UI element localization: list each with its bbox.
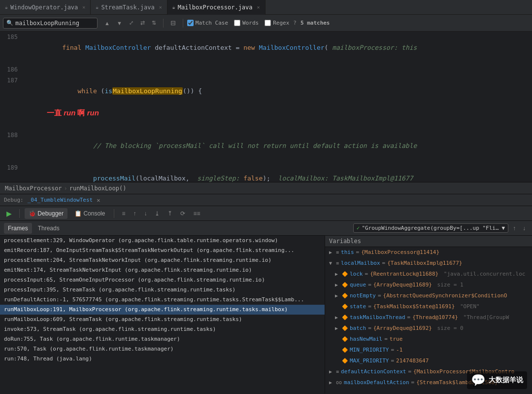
tab-window-operator[interactable]: ☕ WindowOperator.java ✕ — [0, 0, 91, 15]
var-lock[interactable]: ▶ 🔶 lock = {ReentrantLock@11688} "java.u… — [325, 269, 532, 280]
var-this[interactable]: ▶ ≡ this = {MailboxProcessor@11414} — [325, 247, 532, 258]
variables-panel: Variables ▶ ≡ this = {MailboxProcessor@1… — [325, 236, 532, 394]
frames-tab[interactable]: Frames — [4, 223, 32, 234]
expand-this-icon: ▶ — [329, 248, 334, 257]
toolbar-sep-1 — [19, 209, 20, 218]
thread-selector[interactable]: ✓ "GroupWindowAggregate(groupBy=[...up "… — [353, 223, 508, 233]
frame-7-active[interactable]: runMailboxLoop:191, MailboxProcessor (or… — [0, 305, 325, 315]
search-separator — [163, 19, 164, 28]
var-max-priority[interactable]: 🔶 MAX_PRIORITY = 2147483647 — [325, 356, 532, 366]
watermark-text: 大数据羊说 — [489, 376, 523, 385]
tab-stream-task[interactable]: ☕ StreamTask.java ✕ — [91, 0, 167, 15]
debug-session-close[interactable]: ✕ — [97, 197, 100, 204]
frame-0[interactable]: processElement:329, WindowOperator (org.… — [0, 236, 325, 246]
step-over-btn[interactable]: ≡ — [119, 209, 128, 218]
frame-3[interactable]: emitNext:174, StreamTaskNetworkInput (or… — [0, 265, 325, 275]
frame-11[interactable]: run:570, Task (org.apache.flink.runtime.… — [0, 344, 325, 354]
code-line-185: 185 final MailboxController defaultActio… — [0, 32, 532, 64]
threads-tab[interactable]: Threads — [34, 223, 64, 234]
frame-6[interactable]: runDefaultAction:-1, 576577745 (org.apac… — [0, 295, 325, 305]
search-input[interactable] — [15, 20, 94, 27]
frame-2[interactable]: processElement:204, StreamTaskNetworkInp… — [0, 255, 325, 265]
console-tab[interactable]: 📋 Console — [70, 208, 109, 219]
var-state[interactable]: 🔶 state = {TaskMailbox$State@11691} "OPE… — [325, 301, 532, 312]
var-min-priority[interactable]: 🔶 MIN_PRIORITY = -1 — [325, 345, 532, 356]
prev-result-button[interactable]: ▲ — [101, 18, 113, 29]
state-type-icon: 🔶 — [342, 302, 348, 311]
close-tab-2[interactable]: ✕ — [257, 4, 260, 10]
thread-label: "GroupWindowAggregate(groupBy=[...up "Fl… — [362, 225, 499, 231]
dac-type-icon: ≡ — [336, 367, 339, 376]
breadcrumb-bar: MailboxProcessor › runMailboxLoop() — [0, 182, 532, 194]
close-tab-1[interactable]: ✕ — [159, 4, 162, 10]
taskMailboxThread-type-icon: 🔶 — [342, 313, 348, 322]
search-input-wrap: 🔍 — [3, 18, 98, 29]
expand-mda-icon: ▶ — [329, 378, 334, 387]
var-queue[interactable]: ▶ 🔶 queue = {ArrayDeque@11689} size = 1 — [325, 280, 532, 290]
localMailbox-type-icon: ≡ — [336, 259, 339, 268]
var-taskMailboxThread[interactable]: ▶ 🔶 taskMailboxThread = {Thread@10774} "… — [325, 312, 532, 323]
step-into-btn[interactable]: ⤓ — [152, 209, 162, 218]
expand-hasNewMail-icon — [335, 335, 340, 344]
breadcrumb-method[interactable]: runMailboxLoop() — [69, 185, 127, 192]
step-up-btn[interactable]: ↑ — [131, 209, 138, 218]
var-localMailbox[interactable]: ▼ ≡ localMailbox = {TaskMailboxImpl@1167… — [325, 258, 532, 269]
resume-button[interactable]: ▶ — [4, 208, 14, 219]
var-batch[interactable]: ▶ 🔶 batch = {ArrayDeque@11692} size = 0 — [325, 323, 532, 334]
words-checkbox[interactable] — [234, 20, 240, 26]
breadcrumb-class[interactable]: MailboxProcessor — [5, 185, 62, 192]
step-down-btn[interactable]: ↓ — [141, 209, 149, 218]
this-type-icon: ≡ — [336, 248, 339, 257]
code-editor: 185 final MailboxController defaultActio… — [0, 32, 532, 182]
frames-toolbar: Frames Threads ✓ "GroupWindowAggregate(g… — [0, 221, 532, 236]
code-line-188: 188 // The blocking `processMail` call w… — [0, 130, 532, 162]
run-cursor-btn[interactable]: ⟳ — [178, 209, 188, 218]
watermark: 💬 大数据羊说 — [467, 371, 527, 389]
regex-checkbox[interactable] — [265, 20, 271, 26]
regex-option[interactable]: Regex — [265, 20, 289, 26]
filter-button[interactable]: ⊟ — [167, 18, 179, 29]
match-case-option[interactable]: Match Case — [187, 20, 228, 26]
java-icon-2: ☕ — [96, 4, 99, 10]
expand-notEmpty-icon: ▶ — [335, 291, 340, 300]
close-tab-0[interactable]: ✕ — [82, 4, 85, 10]
debugger-tab[interactable]: 🐞 Debugger — [25, 208, 67, 219]
find-all-button[interactable]: ⤢ — [126, 18, 136, 29]
batch-type-icon: 🔶 — [342, 324, 348, 333]
expand-batch-icon: ▶ — [335, 324, 340, 333]
debug-toolbar-row: ▶ 🐞 Debugger 📋 Console ≡ ↑ ↓ ⤓ ⤒ ⟳ ≡≡ — [0, 206, 532, 221]
search-separator-2 — [183, 19, 183, 28]
thread-down-btn[interactable]: ↓ — [520, 223, 528, 233]
frame-8[interactable]: runMailboxLoop:609, StreamTask (org.apac… — [0, 315, 325, 324]
java-icon: ☕ — [5, 4, 8, 10]
search-controls: ▲ ▼ ⤢ ⇄ ⇅ — [101, 18, 159, 29]
replace-all-button[interactable]: ⇅ — [149, 18, 159, 29]
step-out-btn[interactable]: ⤒ — [165, 209, 175, 218]
expand-state-icon — [335, 302, 340, 311]
help-icon[interactable]: ? — [293, 20, 297, 26]
code-line-187: 187 while (isMailboxLoopRunning()) { 一直 … — [0, 75, 532, 130]
frame-5[interactable]: processInput:395, StreamTask (org.apache… — [0, 285, 325, 295]
thread-up-btn[interactable]: ↑ — [510, 223, 518, 233]
replace-button[interactable]: ⇄ — [137, 18, 148, 29]
expand-localMailbox-icon: ▼ — [329, 259, 334, 268]
frame-1[interactable]: emitRecord:187, OneInputStreamTask$Strea… — [0, 246, 325, 255]
words-option[interactable]: Words — [234, 20, 259, 26]
var-hasNewMail[interactable]: 🔶 hasNewMail = true — [325, 334, 532, 345]
frame-10[interactable]: doRun:755, Task (org.apache.flink.runtim… — [0, 334, 325, 344]
expand-queue-icon: ▶ — [335, 281, 340, 289]
next-result-button[interactable]: ▼ — [114, 18, 125, 29]
evaluate-btn[interactable]: ≡≡ — [191, 209, 202, 218]
search-icon: 🔍 — [6, 20, 13, 26]
frame-12[interactable]: run:748, Thread (java.lang) — [0, 354, 325, 364]
frame-4[interactable]: processInput:65, StreamOneInputProcessor… — [0, 275, 325, 285]
debug-session-name[interactable]: _04_TumbleWindowTest — [28, 197, 93, 203]
expand-min-icon — [335, 346, 340, 355]
var-notEmpty[interactable]: ▶ 🔶 notEmpty = {AbstractQueuedSynchroniz… — [325, 290, 532, 301]
queue-type-icon: 🔶 — [342, 281, 348, 289]
frame-9[interactable]: invoke:573, StreamTask (org.apache.flink… — [0, 324, 325, 334]
match-case-checkbox[interactable] — [187, 20, 194, 26]
tab-mailbox-processor[interactable]: ☕ MailboxProcessor.java ✕ — [167, 0, 266, 15]
max-type-icon: 🔶 — [342, 357, 348, 365]
expand-dac-icon: ▶ — [329, 367, 334, 376]
